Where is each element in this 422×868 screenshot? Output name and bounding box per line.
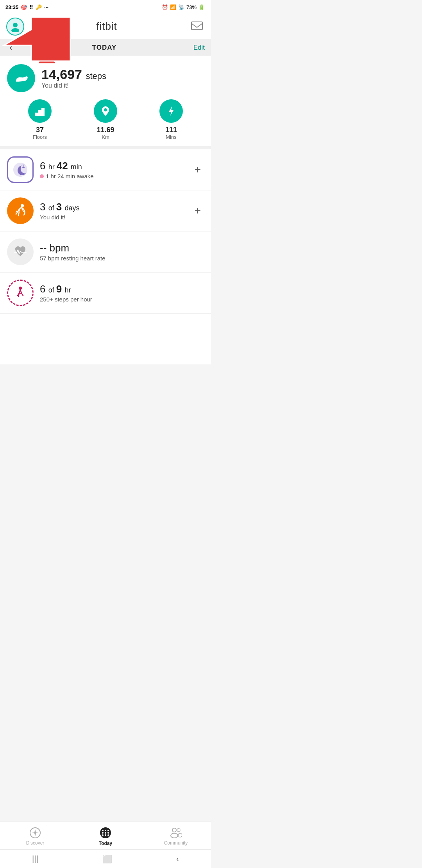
sleep-moon-icon: Z (12, 161, 29, 178)
activezone-main: 6 of 9 hr (40, 283, 204, 295)
svg-point-6 (16, 78, 20, 80)
svg-rect-5 (191, 22, 202, 30)
sleep-min-label: min (71, 163, 82, 171)
edit-button[interactable]: Edit (193, 44, 205, 52)
running-icon (12, 203, 29, 219)
signal-icon: 📡 (178, 4, 184, 10)
floors-metric[interactable]: 37 Floors (7, 99, 73, 140)
heartrate-icon-wrap (7, 239, 34, 265)
activezone-icon-container (7, 280, 34, 306)
sleep-hr-val: 6 (40, 160, 48, 172)
heartrate-content: -- bpm 57 bpm resting heart rate (40, 242, 204, 262)
app-title: fitbit (96, 20, 117, 32)
avatar-icon (10, 21, 21, 32)
activezone-item[interactable]: 6 of 9 hr 250+ steps per hour (0, 273, 211, 314)
activezone-icon-wrap (7, 280, 34, 306)
steps-info: 14,697 steps You did it! (41, 67, 106, 89)
sleep-add-button[interactable]: + (191, 160, 204, 179)
inbox-icon (191, 22, 203, 32)
mins-label: Mins (166, 134, 176, 140)
steps-count: 14,697 steps (41, 67, 106, 82)
activity-count: 3 (40, 201, 48, 213)
activezone-sub: 250+ steps per hour (40, 296, 204, 303)
activity-days: days (64, 204, 79, 212)
status-bar: 23:35 🎯 ⠿ 🔑 ··· ⏰ 📶 📡 73% 🔋 (0, 0, 211, 14)
inbox-button[interactable] (189, 19, 205, 34)
nav-title: TODAY (92, 44, 117, 52)
sleep-main: 6 hr 42 min (40, 160, 185, 172)
app-bar: fitbit (0, 14, 211, 39)
battery-icon: 🔋 (198, 4, 205, 10)
steps-top: 14,697 steps You did it! (7, 64, 204, 92)
status-icon-1: 🎯 (21, 4, 27, 10)
nav-bar: ‹ TODAY Edit (0, 39, 211, 56)
status-right: ⏰ 📶 📡 73% 🔋 (162, 4, 205, 10)
floors-icon (28, 99, 52, 123)
svg-text:Z: Z (22, 164, 25, 169)
activity-icon-wrap (7, 197, 34, 224)
status-icon-4: ··· (44, 4, 48, 10)
km-icon (94, 99, 117, 123)
steps-subtitle: You did it! (41, 82, 106, 89)
heart-rate-icon (12, 244, 29, 260)
activity-sub: You did it! (40, 214, 185, 221)
battery-level: 73% (186, 4, 197, 10)
shoe-icon (13, 70, 29, 86)
svg-point-7 (104, 108, 107, 111)
location-icon (99, 105, 112, 117)
awake-dot (40, 174, 44, 178)
svg-point-4 (11, 28, 19, 32)
floors-label: Floors (33, 134, 47, 140)
sleep-icon-wrap: Z (7, 156, 34, 183)
activity-total: 3 (56, 201, 65, 213)
km-label: Km (102, 134, 109, 140)
metrics-row: 37 Floors 11.69 Km (7, 99, 204, 140)
activity-item[interactable]: 3 of 3 days You did it! + (0, 190, 211, 231)
status-icon-3: 🔑 (36, 4, 42, 10)
stairs-icon (34, 105, 46, 117)
activity-content: 3 of 3 days You did it! (40, 201, 185, 221)
heartrate-main: -- bpm (40, 242, 204, 254)
sleep-item[interactable]: Z 6 hr 42 min 1 hr 24 min awake + (0, 149, 211, 190)
sleep-hr-label: hr (48, 163, 57, 171)
activity-main: 3 of 3 days (40, 201, 185, 213)
steps-section: 14,697 steps You did it! 37 Floors (0, 56, 211, 149)
activezone-num: 6 (40, 283, 48, 295)
main-content: 14,697 steps You did it! 37 Floors (0, 56, 211, 364)
svg-point-10 (21, 204, 24, 207)
mins-value: 111 (165, 126, 177, 134)
back-button[interactable]: ‹ (6, 39, 15, 56)
active-zone-icon (13, 285, 28, 300)
heartrate-icon-container (7, 239, 34, 265)
activity-add-button[interactable]: + (191, 201, 204, 220)
svg-point-3 (13, 23, 18, 27)
floors-value: 37 (36, 126, 44, 134)
wifi-icon: 📶 (170, 4, 176, 10)
sleep-content: 6 hr 42 min 1 hr 24 min awake (40, 160, 185, 179)
activezone-total: 9 (56, 283, 65, 295)
activezone-of: of (48, 286, 56, 294)
activity-of: of (48, 204, 56, 212)
status-time: 23:35 (5, 4, 18, 10)
activezone-hr: hr (64, 286, 71, 294)
sleep-icon-container: Z (7, 156, 34, 183)
sleep-sub: 1 hr 24 min awake (40, 173, 185, 179)
status-icon-2: ⠿ (29, 4, 33, 10)
sleep-min-val: 42 (57, 160, 71, 172)
steps-icon (7, 64, 35, 92)
heartrate-sub: 57 bpm resting heart rate (40, 255, 204, 262)
heartrate-item[interactable]: -- bpm 57 bpm resting heart rate (0, 231, 211, 273)
list-section: Z 6 hr 42 min 1 hr 24 min awake + (0, 149, 211, 314)
alarm-icon: ⏰ (162, 4, 168, 10)
km-metric[interactable]: 11.69 Km (73, 99, 138, 140)
lightning-icon (165, 105, 177, 117)
avatar-button[interactable] (6, 18, 24, 36)
mins-metric[interactable]: 111 Mins (138, 99, 204, 140)
activezone-content: 6 of 9 hr 250+ steps per hour (40, 283, 204, 303)
activity-icon-container (7, 197, 34, 224)
km-value: 11.69 (97, 126, 114, 134)
status-left: 23:35 🎯 ⠿ 🔑 ··· (5, 4, 48, 10)
mins-icon (159, 99, 183, 123)
